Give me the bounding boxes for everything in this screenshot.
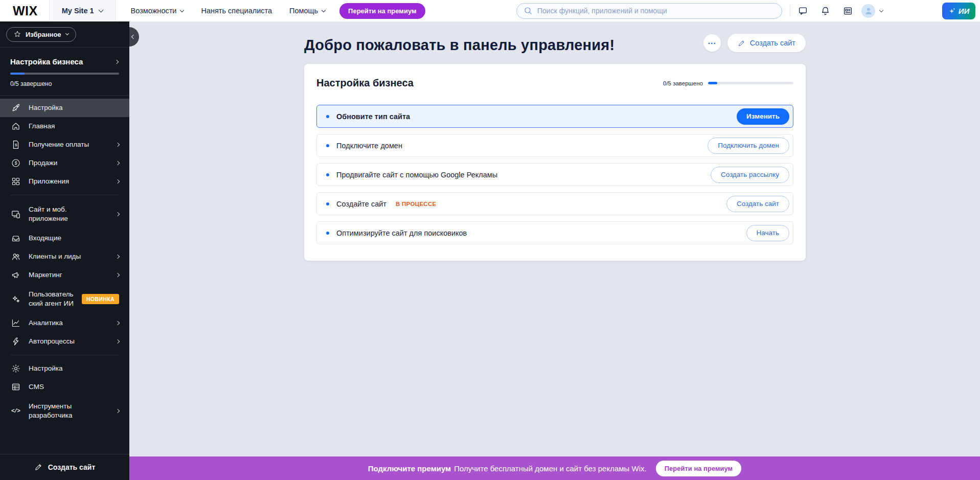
header-actions: ... Создать сайт	[703, 34, 806, 52]
devices-icon	[11, 210, 20, 219]
pencil-icon	[738, 39, 745, 47]
banner-text: Получите бесплатный домен и сайт без рек…	[454, 464, 647, 473]
favorites-row: Избранное	[0, 21, 129, 47]
nav-hire-professional[interactable]: Нанять специалиста	[201, 7, 272, 15]
sidebar-item-cms[interactable]: CMS	[0, 378, 129, 396]
nav-help[interactable]: Помощь	[289, 7, 325, 15]
chevron-right-icon	[116, 143, 120, 147]
sidebar-item-inbox[interactable]: Входящие	[0, 229, 129, 247]
apps-grid-icon	[11, 177, 20, 186]
sidebar-item-ai-agent[interactable]: Пользовательский агент ИИ НОВИНКА	[0, 284, 129, 314]
topbar-icons	[798, 6, 853, 16]
sidebar-item-automations[interactable]: Автопроцессы	[0, 332, 129, 351]
divider	[10, 355, 119, 355]
site-selector[interactable]: My Site 1	[49, 0, 116, 21]
wix-logo[interactable]: WIX	[13, 4, 38, 18]
search-input[interactable]	[537, 7, 775, 15]
bullet-icon	[326, 202, 329, 205]
updates-news-icon[interactable]	[843, 6, 853, 16]
new-badge: НОВИНКА	[82, 294, 119, 304]
task-row-seo[interactable]: Оптимизируйте сайт для поисковиков Начат…	[316, 221, 793, 244]
search-icon	[523, 6, 533, 15]
chevron-right-icon	[116, 339, 120, 344]
bullet-icon	[326, 232, 329, 235]
sidebar-item-dev-tools[interactable]: </> Инструменты разработчика	[0, 396, 129, 426]
account-menu[interactable]	[861, 4, 883, 18]
search-bar[interactable]	[516, 3, 782, 19]
more-options-button[interactable]: ...	[703, 34, 721, 52]
site-selector-label: My Site 1	[62, 7, 94, 15]
premium-banner: Подключите премиум Получите бесплатный д…	[129, 456, 980, 480]
card-progress-label: 0/5 завершено	[663, 80, 703, 86]
sidebar-item-settings[interactable]: Настройка	[0, 359, 129, 378]
line-chart-icon	[11, 318, 20, 328]
sidebar-item-contacts-leads[interactable]: Клиенты и лиды	[0, 247, 129, 266]
favorites-dropdown[interactable]: Избранное	[6, 27, 76, 42]
sidebar-item-marketing[interactable]: Маркетинг	[0, 266, 129, 284]
sidebar-item-setup[interactable]: Настройка	[0, 99, 129, 117]
banner-premium-button[interactable]: Перейти на премиум	[656, 461, 742, 476]
task-row-google-ads[interactable]: Продвигайте сайт с помощью Google Реклам…	[316, 163, 793, 186]
nav-features[interactable]: Возможности	[131, 7, 184, 15]
task-row-connect-domain[interactable]: Подключите домен Подключить домен	[316, 134, 793, 157]
main-content: Добро пожаловать в панель управления! ..…	[129, 21, 980, 456]
chevron-down-icon	[180, 8, 184, 12]
home-icon	[11, 122, 20, 131]
ai-sparkle-icon	[948, 7, 956, 15]
chevron-left-icon	[131, 35, 135, 39]
sidebar-create-site[interactable]: Создать сайт	[0, 454, 129, 480]
invoice-dollar-icon	[11, 140, 20, 149]
sparkle-icon	[11, 294, 20, 304]
chevron-down-icon	[879, 8, 883, 12]
upgrade-premium-button[interactable]: Перейти на премиум	[339, 3, 425, 19]
chevron-right-icon	[116, 409, 120, 413]
business-setup-header[interactable]: Настройка бизнеса	[10, 57, 119, 66]
business-setup-widget: Настройка бизнеса 0/5 завершено	[0, 48, 129, 95]
dollar-circle-icon	[11, 158, 20, 168]
sidebar-item-analytics[interactable]: Аналитика	[0, 314, 129, 332]
chevron-right-icon	[116, 161, 120, 165]
pencil-icon	[34, 463, 42, 471]
chat-icon[interactable]	[798, 6, 808, 16]
chevron-down-icon	[98, 8, 103, 13]
bullet-icon	[326, 173, 329, 176]
task-create-site-button[interactable]: Создать сайт	[726, 196, 789, 212]
bullet-icon	[326, 144, 329, 147]
card-header: Настройка бизнеса 0/5 завершено	[316, 77, 793, 89]
chevron-right-icon	[116, 321, 120, 325]
page-title: Добро пожаловать в панель управления!	[304, 37, 614, 54]
sidebar-item-payments[interactable]: Получение оплаты	[0, 135, 129, 154]
sidebar-item-sales[interactable]: Продажи	[0, 154, 129, 172]
chevron-right-icon	[115, 59, 119, 63]
sidebar-item-home[interactable]: Главная	[0, 117, 129, 135]
sidebar-nav: Настройка Главная Получение оплаты Прода…	[0, 96, 129, 454]
create-site-button[interactable]: Создать сайт	[727, 34, 806, 52]
chevron-right-icon	[116, 212, 120, 216]
chevron-right-icon	[116, 255, 120, 259]
sidebar-item-apps[interactable]: Приложения	[0, 172, 129, 191]
task-row-update-site-type[interactable]: Обновите тип сайта Изменить	[316, 105, 793, 128]
avatar	[861, 4, 875, 18]
divider	[790, 5, 790, 16]
inbox-icon	[11, 234, 20, 243]
setup-progress-label: 0/5 завершено	[10, 80, 119, 87]
card-progress-bar	[708, 82, 793, 84]
ai-assistant-button[interactable]: ИИ	[942, 3, 975, 19]
task-edit-button[interactable]: Изменить	[737, 108, 789, 125]
rocket-icon	[11, 103, 20, 112]
setup-progress-bar	[10, 73, 119, 75]
sidebar: Избранное Настройка бизнеса 0/5 завершен…	[0, 21, 129, 480]
person-icon	[863, 6, 874, 16]
card-title: Настройка бизнеса	[316, 77, 414, 89]
task-start-button[interactable]: Начать	[746, 225, 789, 241]
task-row-create-site[interactable]: Создайте сайт В ПРОЦЕССЕ Создать сайт	[316, 192, 793, 215]
task-create-campaign-button[interactable]: Создать рассылку	[711, 167, 789, 183]
setup-progress-fill	[10, 73, 25, 75]
task-connect-domain-button[interactable]: Подключить домен	[708, 138, 789, 154]
bullet-icon	[326, 115, 329, 118]
notifications-bell-icon[interactable]	[821, 6, 830, 16]
megaphone-icon	[11, 270, 20, 280]
sidebar-item-site-mobile-app[interactable]: Сайт и моб. приложение	[0, 199, 129, 229]
chevron-right-icon	[116, 273, 120, 277]
people-icon	[11, 252, 20, 261]
